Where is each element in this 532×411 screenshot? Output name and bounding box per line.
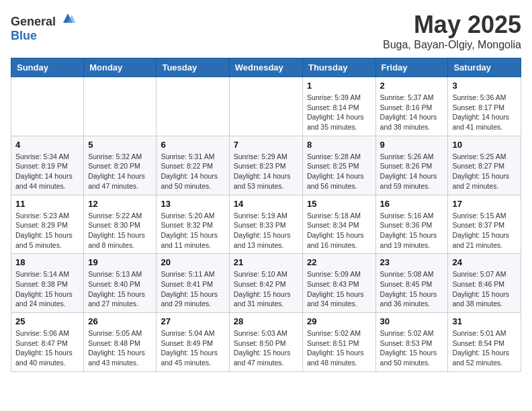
day-info: Sunrise: 5:31 AMSunset: 8:22 PMDaylight:…: [161, 152, 224, 191]
day-info: Sunrise: 5:02 AMSunset: 8:51 PMDaylight:…: [307, 328, 371, 368]
calendar-cell: 27Sunrise: 5:04 AMSunset: 8:49 PMDayligh…: [157, 313, 229, 372]
day-number: 30: [380, 316, 444, 326]
day-info: Sunrise: 5:20 AMSunset: 8:32 PMDaylight:…: [161, 211, 224, 250]
calendar-cell: [157, 77, 229, 136]
day-number: 14: [234, 199, 298, 209]
weekday-header-friday: Friday: [375, 58, 448, 77]
day-number: 5: [88, 140, 152, 150]
day-info: Sunrise: 5:18 AMSunset: 8:34 PMDaylight:…: [307, 211, 371, 250]
day-number: 28: [234, 316, 298, 326]
calendar-cell: 20Sunrise: 5:11 AMSunset: 8:41 PMDayligh…: [157, 254, 229, 313]
weekday-header-row: SundayMondayTuesdayWednesdayThursdayFrid…: [11, 58, 521, 77]
day-info: Sunrise: 5:28 AMSunset: 8:25 PMDaylight:…: [307, 152, 371, 191]
calendar-cell: 18Sunrise: 5:14 AMSunset: 8:38 PMDayligh…: [11, 254, 84, 313]
calendar-cell: [229, 77, 302, 136]
calendar-week-row: 11Sunrise: 5:23 AMSunset: 8:29 PMDayligh…: [11, 195, 521, 254]
day-number: 25: [15, 316, 79, 326]
day-number: 17: [452, 199, 517, 209]
day-number: 4: [15, 140, 79, 150]
logo-icon: [60, 11, 75, 26]
day-number: 3: [452, 81, 517, 91]
calendar-cell: 24Sunrise: 5:07 AMSunset: 8:46 PMDayligh…: [448, 254, 521, 313]
calendar-week-row: 4Sunrise: 5:34 AMSunset: 8:19 PMDaylight…: [11, 136, 521, 195]
day-info: Sunrise: 5:26 AMSunset: 8:26 PMDaylight:…: [380, 152, 444, 191]
day-info: Sunrise: 5:05 AMSunset: 8:48 PMDaylight:…: [88, 328, 152, 368]
calendar-cell: 19Sunrise: 5:13 AMSunset: 8:40 PMDayligh…: [84, 254, 157, 313]
day-number: 16: [380, 199, 444, 209]
calendar-cell: 15Sunrise: 5:18 AMSunset: 8:34 PMDayligh…: [302, 195, 375, 254]
calendar-cell: 6Sunrise: 5:31 AMSunset: 8:22 PMDaylight…: [157, 136, 229, 195]
calendar-cell: 31Sunrise: 5:01 AMSunset: 8:54 PMDayligh…: [448, 313, 521, 372]
title-block: May 2025 Buga, Bayan-Olgiy, Mongolia: [383, 11, 521, 51]
day-info: Sunrise: 5:14 AMSunset: 8:38 PMDaylight:…: [15, 269, 79, 309]
calendar-cell: 10Sunrise: 5:25 AMSunset: 8:27 PMDayligh…: [448, 136, 521, 195]
logo: General Blue: [11, 11, 75, 43]
calendar-cell: 30Sunrise: 5:02 AMSunset: 8:53 PMDayligh…: [375, 313, 448, 372]
month-title: May 2025: [383, 11, 521, 39]
day-info: Sunrise: 5:10 AMSunset: 8:42 PMDaylight:…: [234, 269, 298, 309]
weekday-header-wednesday: Wednesday: [229, 58, 302, 77]
calendar-cell: 13Sunrise: 5:20 AMSunset: 8:32 PMDayligh…: [157, 195, 229, 254]
calendar-cell: 16Sunrise: 5:16 AMSunset: 8:36 PMDayligh…: [375, 195, 448, 254]
calendar-cell: 9Sunrise: 5:26 AMSunset: 8:26 PMDaylight…: [375, 136, 448, 195]
calendar-cell: [11, 77, 84, 136]
calendar-cell: 4Sunrise: 5:34 AMSunset: 8:19 PMDaylight…: [11, 136, 84, 195]
day-number: 9: [380, 140, 444, 150]
day-number: 11: [15, 199, 79, 209]
day-number: 6: [161, 140, 224, 150]
calendar-cell: 17Sunrise: 5:15 AMSunset: 8:37 PMDayligh…: [448, 195, 521, 254]
logo-blue: Blue: [11, 29, 37, 42]
day-info: Sunrise: 5:08 AMSunset: 8:45 PMDaylight:…: [380, 269, 444, 309]
calendar-week-row: 1Sunrise: 5:39 AMSunset: 8:14 PMDaylight…: [11, 77, 521, 136]
logo-general: General: [11, 15, 56, 28]
weekday-header-saturday: Saturday: [448, 58, 521, 77]
day-info: Sunrise: 5:13 AMSunset: 8:40 PMDaylight:…: [88, 269, 152, 309]
page-header: General Blue May 2025 Buga, Bayan-Olgiy,…: [11, 11, 521, 51]
day-info: Sunrise: 5:25 AMSunset: 8:27 PMDaylight:…: [452, 152, 517, 191]
calendar-cell: 28Sunrise: 5:03 AMSunset: 8:50 PMDayligh…: [229, 313, 302, 372]
calendar-cell: 11Sunrise: 5:23 AMSunset: 8:29 PMDayligh…: [11, 195, 84, 254]
day-info: Sunrise: 5:16 AMSunset: 8:36 PMDaylight:…: [380, 211, 444, 250]
day-info: Sunrise: 5:02 AMSunset: 8:53 PMDaylight:…: [380, 328, 444, 368]
day-number: 21: [234, 257, 298, 267]
day-info: Sunrise: 5:23 AMSunset: 8:29 PMDaylight:…: [15, 211, 79, 250]
day-info: Sunrise: 5:19 AMSunset: 8:33 PMDaylight:…: [234, 211, 298, 250]
day-info: Sunrise: 5:37 AMSunset: 8:16 PMDaylight:…: [380, 93, 444, 132]
day-number: 2: [380, 81, 444, 91]
calendar-cell: 22Sunrise: 5:09 AMSunset: 8:43 PMDayligh…: [302, 254, 375, 313]
calendar-table: SundayMondayTuesdayWednesdayThursdayFrid…: [11, 58, 521, 372]
day-number: 26: [88, 316, 152, 326]
calendar-cell: 23Sunrise: 5:08 AMSunset: 8:45 PMDayligh…: [375, 254, 448, 313]
calendar-cell: 21Sunrise: 5:10 AMSunset: 8:42 PMDayligh…: [229, 254, 302, 313]
day-info: Sunrise: 5:07 AMSunset: 8:46 PMDaylight:…: [452, 269, 517, 309]
day-number: 20: [161, 257, 224, 267]
day-number: 23: [380, 257, 444, 267]
day-info: Sunrise: 5:11 AMSunset: 8:41 PMDaylight:…: [161, 269, 224, 309]
calendar-cell: 12Sunrise: 5:22 AMSunset: 8:30 PMDayligh…: [84, 195, 157, 254]
day-info: Sunrise: 5:29 AMSunset: 8:23 PMDaylight:…: [234, 152, 298, 191]
day-number: 1: [307, 81, 371, 91]
day-number: 22: [307, 257, 371, 267]
day-number: 10: [452, 140, 517, 150]
day-number: 15: [307, 199, 371, 209]
day-number: 19: [88, 257, 152, 267]
calendar-cell: [84, 77, 157, 136]
calendar-week-row: 25Sunrise: 5:06 AMSunset: 8:47 PMDayligh…: [11, 313, 521, 372]
logo-text: General Blue: [11, 11, 75, 43]
day-number: 24: [452, 257, 517, 267]
day-info: Sunrise: 5:15 AMSunset: 8:37 PMDaylight:…: [452, 211, 517, 250]
day-number: 12: [88, 199, 152, 209]
calendar-cell: 1Sunrise: 5:39 AMSunset: 8:14 PMDaylight…: [302, 77, 375, 136]
weekday-header-tuesday: Tuesday: [157, 58, 229, 77]
day-info: Sunrise: 5:03 AMSunset: 8:50 PMDaylight:…: [234, 328, 298, 368]
weekday-header-sunday: Sunday: [11, 58, 84, 77]
calendar-cell: 29Sunrise: 5:02 AMSunset: 8:51 PMDayligh…: [302, 313, 375, 372]
day-number: 27: [161, 316, 224, 326]
calendar-cell: 7Sunrise: 5:29 AMSunset: 8:23 PMDaylight…: [229, 136, 302, 195]
day-info: Sunrise: 5:32 AMSunset: 8:20 PMDaylight:…: [88, 152, 152, 191]
day-info: Sunrise: 5:06 AMSunset: 8:47 PMDaylight:…: [15, 328, 79, 368]
calendar-cell: 3Sunrise: 5:36 AMSunset: 8:17 PMDaylight…: [448, 77, 521, 136]
calendar-cell: 5Sunrise: 5:32 AMSunset: 8:20 PMDaylight…: [84, 136, 157, 195]
day-number: 31: [452, 316, 517, 326]
day-info: Sunrise: 5:22 AMSunset: 8:30 PMDaylight:…: [88, 211, 152, 250]
